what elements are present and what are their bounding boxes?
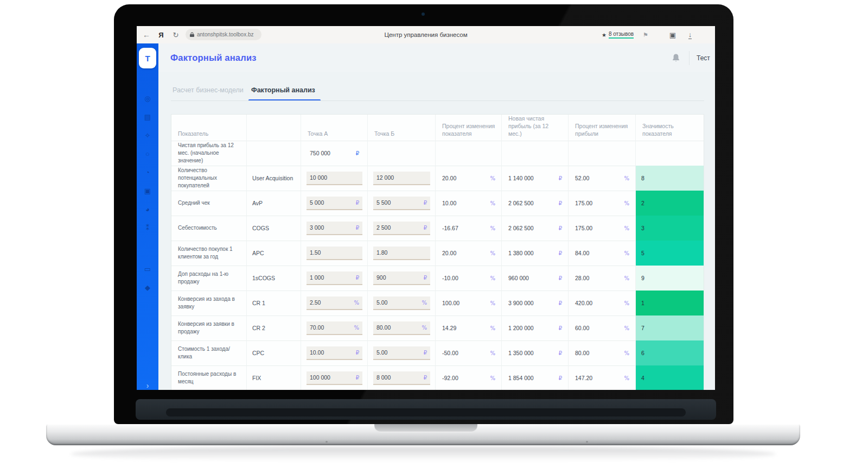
reload-icon[interactable]: ↻ bbox=[169, 26, 182, 43]
gem-icon[interactable]: ◆ bbox=[145, 284, 150, 291]
point-b-input[interactable]: 5.00% bbox=[373, 296, 430, 310]
collections-icon[interactable]: ▣ bbox=[666, 26, 679, 43]
point-b-cell: 1.80 bbox=[368, 241, 436, 266]
indicator-label: Количество покупок 1 клиентом за год bbox=[171, 241, 247, 266]
currency-unit: % bbox=[354, 300, 359, 306]
significance-rank: 2 bbox=[636, 191, 704, 216]
unit-symbol: % bbox=[490, 350, 495, 356]
indicator-label: Конверсия из заявки в продажу bbox=[171, 315, 247, 340]
indicator-change-value: -92.00% bbox=[436, 365, 502, 390]
laptop-screen: ← Я ↻ antonshpitsk.toolbox.bz Центр упра… bbox=[137, 26, 715, 390]
profit-change-value: 28.00% bbox=[569, 266, 636, 291]
tab-business-model[interactable]: Расчет бизнес-модели bbox=[173, 86, 244, 94]
pie-chart2-icon[interactable]: ◕ bbox=[145, 206, 150, 213]
factor-table-body: Чистая прибыль за 12 мес. (начальное зна… bbox=[171, 141, 704, 390]
account-menu[interactable]: Тест T bbox=[697, 49, 715, 67]
unit-symbol: % bbox=[624, 350, 629, 356]
list-icon[interactable]: ▤ bbox=[144, 113, 151, 121]
unit-symbol: % bbox=[624, 300, 629, 306]
significance-rank bbox=[636, 141, 704, 166]
table-row: Средний чекAvP5 000₽5 500₽10.00%2 062 50… bbox=[171, 191, 704, 216]
users-icon[interactable]: ⁑ bbox=[146, 224, 150, 231]
point-b-input[interactable]: 12 000 bbox=[373, 172, 430, 185]
indicator-label: Доп расходы на 1-ю продажу bbox=[171, 266, 247, 291]
reviews-count-label: 8 отзывов bbox=[609, 31, 634, 39]
target-icon[interactable]: ◎ bbox=[144, 95, 150, 102]
point-b-input[interactable]: 5 500₽ bbox=[373, 197, 430, 210]
profit-change-value: 175.00% bbox=[569, 191, 636, 216]
browser-tab-title: Центр управления бизнесом bbox=[299, 26, 552, 43]
point-b-input[interactable]: 5.00₽ bbox=[373, 346, 430, 360]
notifications-bell-icon[interactable] bbox=[672, 53, 680, 63]
address-bar[interactable]: antonshpitsk.toolbox.bz bbox=[186, 29, 261, 40]
point-b-input[interactable]: 1.80 bbox=[373, 247, 430, 260]
reviews-badge[interactable]: ★ 8 отзывов bbox=[602, 26, 634, 43]
page-title: Факторный анализ bbox=[170, 53, 257, 63]
profit-change-value: 147.20% bbox=[569, 365, 636, 390]
new-profit-value: 1 200 000₽ bbox=[502, 315, 569, 340]
new-profit-value: 1 140 000₽ bbox=[502, 166, 569, 191]
point-a-input[interactable]: 2.50% bbox=[307, 296, 362, 310]
point-a-input[interactable]: 3 000₽ bbox=[307, 222, 362, 235]
col-header-profit-change: Процент изменения прибыли bbox=[569, 115, 636, 143]
indicator-change-value: 20.00% bbox=[436, 166, 502, 191]
idea-icon[interactable]: ✧ bbox=[145, 132, 151, 139]
unit-symbol: ₽ bbox=[559, 250, 562, 256]
unit-symbol: % bbox=[490, 200, 495, 206]
laptop-hinge-groove bbox=[166, 408, 686, 416]
desktop-background: ← Я ↻ antonshpitsk.toolbox.bz Центр упра… bbox=[0, 0, 868, 467]
sidebar-expand-chevron[interactable]: › bbox=[137, 381, 158, 390]
new-profit-value: 1 854 000₽ bbox=[502, 365, 569, 390]
browser-back-icon[interactable]: ← bbox=[140, 26, 153, 43]
point-b-input[interactable]: 8 000₽ bbox=[373, 371, 430, 385]
url-text: antonshpitsk.toolbox.bz bbox=[197, 31, 254, 37]
point-b-input[interactable]: 80.00% bbox=[373, 321, 430, 335]
tab-factor-analysis[interactable]: Факторный анализ bbox=[251, 86, 315, 94]
point-b-cell: 2 500₽ bbox=[368, 216, 436, 241]
bookmark-icon[interactable]: ⚑ bbox=[640, 26, 651, 43]
pie-chart-icon[interactable]: ◔ bbox=[145, 169, 150, 176]
point-a-input[interactable]: 1.50 bbox=[307, 247, 362, 260]
col-header-indicator-change: Процент изменения показателя bbox=[436, 115, 502, 143]
sidebar-icons: ◎▤✧○◔▣◕⁑▭◆ bbox=[137, 95, 158, 291]
point-a-cell: 3 000₽ bbox=[301, 216, 368, 241]
currency-unit: ₽ bbox=[356, 375, 359, 381]
factor-analysis-table: Показатель Точка А Точка Б Процент измен… bbox=[171, 114, 704, 390]
point-a-input[interactable]: 1 000₽ bbox=[307, 272, 362, 285]
significance-rank: 4 bbox=[636, 365, 704, 390]
point-b-input[interactable]: 900₽ bbox=[373, 272, 430, 285]
unit-symbol: % bbox=[624, 325, 629, 331]
app-logo-tile[interactable]: T bbox=[139, 48, 156, 68]
point-a-input[interactable]: 10 000 bbox=[307, 172, 362, 185]
unit-symbol: ₽ bbox=[559, 225, 562, 231]
circle-icon[interactable]: ○ bbox=[145, 150, 150, 157]
currency-unit: % bbox=[422, 325, 427, 331]
point-a-input[interactable]: 70.00% bbox=[307, 321, 362, 335]
image-chart-icon[interactable]: ▣ bbox=[144, 187, 151, 194]
indicator-code: APC bbox=[247, 241, 301, 266]
point-b-cell: 5.00₽ bbox=[368, 340, 436, 365]
unit-symbol: % bbox=[624, 250, 629, 256]
indicator-change-value: -10.00% bbox=[436, 266, 502, 291]
point-b-cell: 8 000₽ bbox=[368, 365, 436, 390]
table-row: Доп расходы на 1-ю продажу1sCOGS1 000₽90… bbox=[171, 266, 704, 291]
point-a-input[interactable]: 100 000₽ bbox=[307, 371, 362, 385]
indicator-label: Чистая прибыль за 12 мес. (начальное зна… bbox=[171, 141, 247, 166]
table-row: СебестоимостьCOGS3 000₽2 500₽-16.67%2 06… bbox=[171, 216, 704, 241]
download-icon[interactable]: ↓ bbox=[685, 26, 695, 43]
profit-change-value: 84.00% bbox=[569, 241, 636, 266]
indicator-change-value: 10.00% bbox=[436, 191, 502, 216]
point-a-cell: 70.00% bbox=[301, 315, 368, 340]
point-a-input[interactable]: 10.00₽ bbox=[307, 346, 362, 360]
point-a-input[interactable]: 5 000₽ bbox=[307, 197, 362, 210]
point-b-input[interactable]: 2 500₽ bbox=[373, 222, 430, 235]
currency-unit: ₽ bbox=[424, 275, 427, 281]
currency-unit: ₽ bbox=[356, 350, 359, 356]
main-content: Расчет бизнес-модели Факторный анализ По… bbox=[158, 72, 715, 390]
unit-symbol: % bbox=[624, 175, 629, 181]
significance-rank: 1 bbox=[636, 291, 704, 315]
indicator-change-value: -16.67% bbox=[436, 216, 502, 241]
currency-unit: % bbox=[422, 300, 427, 306]
user-name: Тест bbox=[697, 54, 710, 62]
card-icon[interactable]: ▭ bbox=[144, 266, 151, 273]
